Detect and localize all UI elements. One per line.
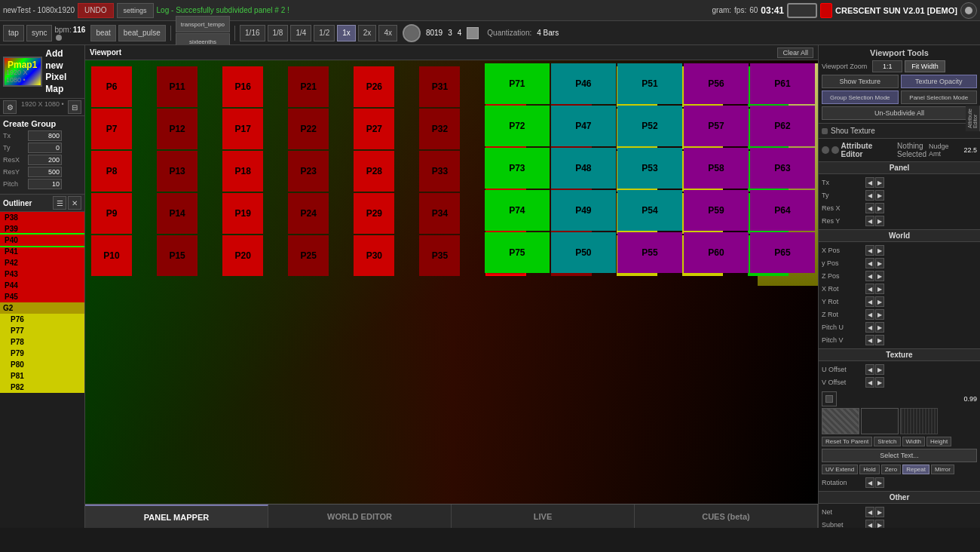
rotation-right[interactable]: ▶ (875, 477, 884, 488)
div-1-2[interactable]: 1/2 (314, 25, 335, 41)
ypos-left[interactable]: ◀ (865, 258, 874, 268)
pitchv-right[interactable]: ▶ (875, 335, 884, 345)
panel-p9[interactable]: P9 (91, 193, 132, 234)
beat-button[interactable]: beat (90, 25, 115, 41)
panel-p29[interactable]: P29 (354, 193, 394, 234)
unsub-all-button[interactable]: Un-Subdivide All (822, 106, 977, 120)
list-item[interactable]: P44 (0, 280, 84, 291)
list-item[interactable]: P81 (0, 370, 84, 382)
panel-p8[interactable]: P8 (91, 151, 132, 192)
subnet-right[interactable]: ▶ (875, 520, 884, 528)
panel-p13[interactable]: P13 (157, 151, 198, 192)
panel-p7[interactable]: P7 (91, 109, 132, 149)
resy-input[interactable] (28, 167, 62, 177)
xpos-right[interactable]: ▶ (875, 245, 884, 256)
xrot-right[interactable]: ▶ (875, 284, 884, 294)
resy-right-arrow[interactable]: ▶ (875, 216, 884, 226)
repeat-button[interactable]: Repeat (902, 465, 929, 474)
hold-button[interactable]: Hold (859, 465, 879, 474)
tx-input[interactable] (28, 130, 62, 141)
panel-p64[interactable]: P64 (750, 190, 815, 231)
width-button[interactable]: Width (902, 437, 925, 446)
net-right[interactable]: ▶ (875, 507, 884, 517)
list-item[interactable]: P39 (0, 223, 84, 235)
beat-pulse-button[interactable]: beat_pulse (118, 25, 166, 41)
panel-p51[interactable]: P51 (617, 63, 682, 104)
resx-right-arrow[interactable]: ▶ (875, 203, 884, 213)
voffset-right[interactable]: ▶ (875, 377, 884, 388)
settings-button[interactable]: settings (117, 3, 154, 18)
fit-width-button[interactable]: Fit Width (905, 60, 945, 72)
ty-left-arrow[interactable]: ◀ (865, 190, 874, 201)
panel-p56[interactable]: P56 (684, 63, 749, 104)
list-item[interactable]: P76 (0, 314, 84, 325)
panel-p62[interactable]: P62 (750, 106, 815, 146)
pmap-thumbnail[interactable]: Pmap1 1920 X 1080 • (3, 57, 42, 87)
export-icon[interactable]: ⊟ (68, 100, 81, 114)
tab-panel-mapper[interactable]: PANEL MAPPER (85, 504, 268, 528)
list-item[interactable]: P42 (0, 257, 84, 268)
panel-p19[interactable]: P19 (222, 193, 263, 234)
div-1x[interactable]: 1x (337, 25, 356, 41)
add-new-pixelmap[interactable]: Add new Pixel Map (45, 48, 81, 95)
panel-p30[interactable]: P30 (354, 235, 394, 276)
list-item[interactable]: P78 (0, 336, 84, 348)
panel-p6[interactable]: P6 (91, 66, 132, 107)
tab-live[interactable]: LIVE (452, 504, 635, 528)
tex-thumb-3[interactable] (900, 408, 938, 434)
undo-button[interactable]: UNDO (78, 3, 113, 18)
panel-p25[interactable]: P25 (288, 235, 329, 276)
ty-input[interactable] (28, 143, 62, 153)
div-1-4[interactable]: 1/4 (290, 25, 311, 41)
list-item[interactable]: P38 (0, 212, 84, 223)
panel-p61[interactable]: P61 (750, 63, 815, 104)
panel-p26[interactable]: P26 (354, 66, 394, 107)
reset-to-parent-button[interactable]: Reset To Parent (822, 437, 872, 446)
panel-p34[interactable]: P34 (419, 193, 460, 234)
panel-p22[interactable]: P22 (288, 109, 329, 149)
list-item[interactable]: P41 (0, 246, 84, 257)
outliner-close-icon[interactable]: ✕ (68, 196, 81, 210)
tap-button[interactable]: tap (3, 25, 24, 41)
speed-knob[interactable] (403, 24, 421, 42)
list-item[interactable]: P77 (0, 325, 84, 336)
net-left[interactable]: ◀ (865, 507, 874, 517)
yrot-left[interactable]: ◀ (865, 296, 874, 307)
panel-p71[interactable]: P71 (485, 63, 550, 104)
zpos-right[interactable]: ▶ (875, 271, 884, 281)
yrot-right[interactable]: ▶ (875, 296, 884, 307)
tempo-button[interactable]: transport_tempo (176, 16, 230, 32)
panel-p58[interactable]: P58 (684, 148, 749, 189)
subnet-left[interactable]: ◀ (865, 520, 874, 528)
rotation-left[interactable]: ◀ (865, 477, 874, 488)
side-tab-attribute[interactable]: Attribute Editor (966, 106, 980, 131)
panel-p14[interactable]: P14 (157, 193, 198, 234)
panel-p20[interactable]: P20 (222, 235, 263, 276)
panel-p31[interactable]: P31 (419, 66, 460, 107)
panel-p33[interactable]: P33 (419, 151, 460, 192)
zpos-left[interactable]: ◀ (865, 271, 874, 281)
div-1-8[interactable]: 1/8 (268, 25, 289, 41)
pitchv-left[interactable]: ◀ (865, 335, 874, 345)
zrot-left[interactable]: ◀ (865, 309, 874, 320)
panel-p47[interactable]: P47 (551, 106, 616, 146)
panel-p63[interactable]: P63 (750, 148, 815, 189)
outliner-options-icon[interactable]: ☰ (53, 196, 66, 210)
panel-p55[interactable]: P55 (617, 232, 682, 273)
panel-p49[interactable]: P49 (551, 190, 616, 231)
panel-p75[interactable]: P75 (485, 232, 550, 273)
panel-p52[interactable]: P52 (617, 106, 682, 146)
tx-right-arrow[interactable]: ▶ (875, 177, 884, 188)
div-2x[interactable]: 2x (358, 25, 377, 41)
ty-right-arrow[interactable]: ▶ (875, 190, 884, 201)
tex-thumb-1[interactable] (822, 408, 859, 434)
list-item[interactable]: P43 (0, 268, 84, 280)
panel-p32[interactable]: P32 (419, 109, 460, 149)
panel-p28[interactable]: P28 (354, 151, 394, 192)
panel-p65[interactable]: P65 (750, 232, 815, 273)
panel-selection-button[interactable]: Panel Selection Mode (901, 90, 978, 104)
panel-p12[interactable]: P12 (157, 109, 198, 149)
pitch-input[interactable] (28, 179, 62, 189)
group-item-g2[interactable]: G2 (0, 302, 84, 314)
zrot-right[interactable]: ▶ (875, 309, 884, 320)
